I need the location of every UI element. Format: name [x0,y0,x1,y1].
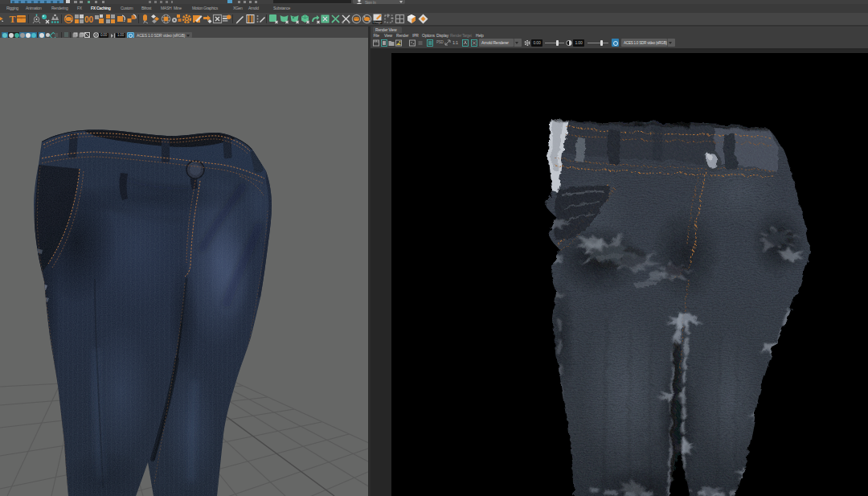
svg-text:00: 00 [84,15,94,24]
svg-text:T: T [9,14,15,24]
svg-text:Usage: Usage [373,21,381,24]
